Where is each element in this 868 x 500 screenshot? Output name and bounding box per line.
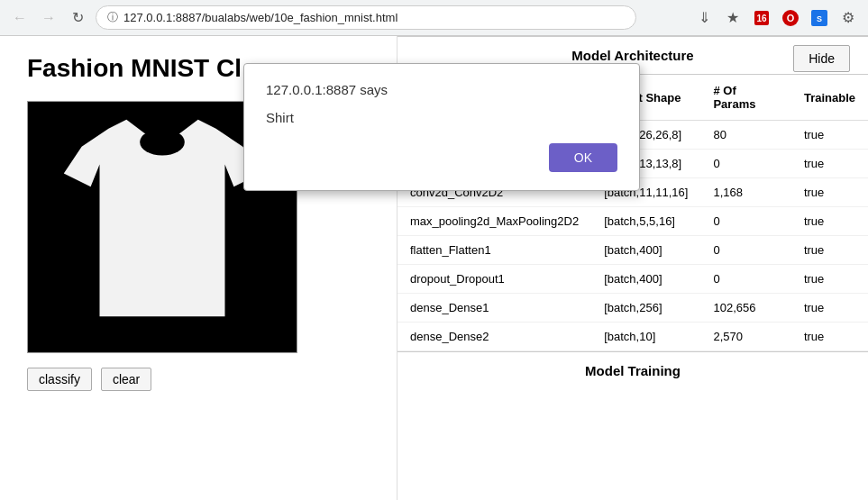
download-icon[interactable]: ⇓ bbox=[693, 7, 715, 29]
url-text: 127.0.0.1:8887/bualabs/web/10e_fashion_m… bbox=[123, 11, 397, 24]
ok-button[interactable]: OK bbox=[549, 143, 617, 172]
forward-button[interactable]: → bbox=[38, 7, 59, 29]
extension-icon-1[interactable]: 16 bbox=[751, 7, 772, 29]
dialog-buttons: OK bbox=[266, 143, 617, 172]
dialog-message: Shirt bbox=[266, 110, 617, 125]
dialog-box: 127.0.0.1:8887 says Shirt OK bbox=[243, 63, 640, 191]
menu-icon[interactable]: ⚙ bbox=[837, 7, 859, 29]
dialog-title: 127.0.0.1:8887 says bbox=[266, 82, 617, 97]
address-bar[interactable]: ⓘ 127.0.0.1:8887/bualabs/web/10e_fashion… bbox=[96, 5, 636, 30]
bookmark-icon[interactable]: ★ bbox=[722, 7, 744, 29]
reload-button[interactable]: ↻ bbox=[67, 7, 88, 29]
lock-icon: ⓘ bbox=[107, 10, 118, 25]
page-content: Fashion MNIST Cl classify clear Model Ar… bbox=[0, 36, 868, 500]
svg-text:O: O bbox=[787, 13, 795, 23]
browser-chrome: ← → ↻ ⓘ 127.0.0.1:8887/bualabs/web/10e_f… bbox=[0, 0, 868, 36]
extension-icon-2[interactable]: O bbox=[780, 7, 801, 29]
extension-icon-3[interactable]: S bbox=[809, 7, 830, 29]
back-button[interactable]: ← bbox=[9, 7, 31, 29]
svg-text:16: 16 bbox=[756, 14, 767, 23]
dialog-overlay: 127.0.0.1:8887 says Shirt OK bbox=[0, 36, 868, 500]
svg-text:S: S bbox=[817, 14, 822, 23]
toolbar-icons: ⇓ ★ 16 O S ⚙ bbox=[693, 7, 859, 29]
